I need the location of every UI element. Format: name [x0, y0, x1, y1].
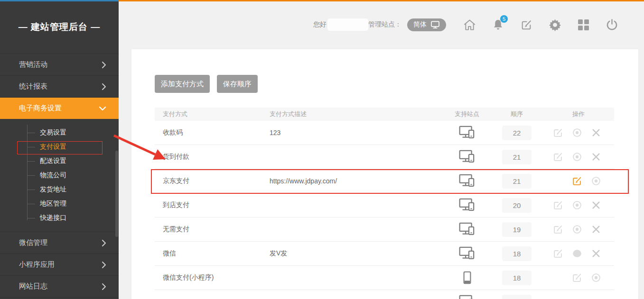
delete-icon[interactable]: [590, 127, 602, 138]
payment-method-name: 货到付款: [155, 153, 270, 161]
submenu-item-express-interface[interactable]: 快递接口: [0, 211, 119, 225]
compose-icon[interactable]: [520, 18, 533, 31]
eye-icon[interactable]: [571, 199, 583, 211]
sidebar-scrollbar[interactable]: [115, 151, 118, 237]
delete-icon[interactable]: [590, 248, 602, 259]
eye-icon[interactable]: [571, 224, 583, 235]
ecommerce-submenu: 交易设置 支付设置 配送设置 物流公司 发货地址 地区管理 快递接口: [0, 119, 119, 232]
payment-method-name: 无需支付: [155, 225, 270, 234]
desktop-mobile-icon: [459, 246, 475, 261]
sidebar: — 建站管理后台 — 营销活动 统计报表 电子商务设置 交易设置 支付设置 配送…: [0, 0, 119, 299]
desktop-mobile-icon: [459, 222, 475, 236]
content-card: 添加支付方式 保存顺序 支付方式 支付方式描述 支持站点 顺序 操作 收款码 1…: [131, 49, 638, 299]
language-label: 简体: [413, 20, 427, 29]
chevron-right-icon: [102, 239, 106, 247]
tree-tick: [27, 204, 35, 204]
edit-icon[interactable]: [552, 151, 564, 163]
apps-grid-icon[interactable]: [577, 18, 590, 31]
payment-methods-table: 支付方式 支付方式描述 支持站点 顺序 操作 收款码 123 货到付款: [155, 108, 614, 299]
order-input[interactable]: [502, 246, 532, 261]
order-input[interactable]: [502, 150, 532, 164]
column-header-actions: 操作: [543, 110, 614, 118]
tree-tick: [27, 175, 35, 176]
gear-icon[interactable]: [549, 18, 561, 31]
table-row: 微信 发V发: [155, 242, 614, 266]
top-bar: 您好 管理站点： 简体 5: [119, 0, 644, 49]
save-order-button[interactable]: 保存顺序: [217, 75, 258, 93]
sidebar-item-marketing[interactable]: 营销活动: [0, 54, 119, 75]
column-header-payment-method: 支付方式: [155, 110, 270, 118]
edit-icon[interactable]: [552, 127, 564, 138]
sidebar-item-website-logs[interactable]: 网站日志: [0, 275, 119, 297]
submenu-item-transaction-settings[interactable]: 交易设置: [0, 126, 119, 140]
table-row: 货到付款: [155, 145, 614, 169]
order-input[interactable]: [502, 174, 532, 189]
mobile-icon: [463, 271, 471, 284]
sidebar-item-label: 统计报表: [19, 82, 47, 91]
submenu-item-logistics-company[interactable]: 物流公司: [0, 168, 119, 182]
content-top-accent-strip: [119, 0, 644, 1]
payment-method-description: https://www.jdpay.com/: [270, 177, 443, 185]
column-header-supported-sites: 支持站点: [443, 110, 491, 118]
sidebar-item-reports[interactable]: 统计报表: [0, 75, 119, 97]
add-payment-method-button[interactable]: 添加支付方式: [155, 75, 210, 93]
delete-icon[interactable]: [590, 199, 602, 211]
eye-icon[interactable]: [590, 175, 602, 187]
app-title: — 建站管理后台 —: [0, 0, 119, 54]
chevron-right-icon: [102, 261, 106, 269]
submenu-item-payment-settings[interactable]: 支付设置: [0, 140, 119, 154]
eye-icon[interactable]: [571, 127, 583, 138]
chevron-right-icon: [102, 283, 106, 290]
edit-icon[interactable]: [552, 248, 564, 259]
divider: [0, 297, 119, 298]
delete-icon[interactable]: [590, 224, 602, 235]
submenu-item-shipping-address[interactable]: 发货地址: [0, 182, 119, 197]
payment-method-description: 123: [270, 129, 443, 136]
tree-tick: [27, 190, 35, 190]
site-version-pill[interactable]: 简体: [407, 18, 446, 31]
edit-icon[interactable]: [571, 272, 583, 283]
column-header-order: 顺序: [491, 110, 543, 118]
eye-icon[interactable]: [571, 151, 583, 163]
payment-method-name: 收款码: [155, 128, 270, 137]
table-row: 到店支付: [155, 193, 614, 217]
power-icon[interactable]: [606, 18, 618, 31]
table-row-jdpay: 京东支付 https://www.jdpay.com/: [155, 169, 614, 193]
home-icon[interactable]: [463, 18, 476, 31]
submenu-item-delivery-settings[interactable]: 配送设置: [0, 154, 119, 168]
table-row: 无需支付: [155, 217, 614, 242]
order-input[interactable]: [502, 295, 532, 299]
chevron-down-icon: [99, 106, 106, 111]
payment-method-description: 发V发: [270, 249, 443, 258]
order-input[interactable]: [502, 126, 532, 140]
payment-method-name: 到店支付: [155, 201, 270, 209]
bell-icon[interactable]: 5: [492, 18, 504, 31]
chevron-right-icon: [102, 83, 106, 91]
monitor-icon: [430, 21, 440, 29]
delete-icon[interactable]: [590, 151, 602, 163]
order-input[interactable]: [502, 198, 532, 213]
sidebar-item-label: 营销活动: [19, 60, 47, 69]
edit-icon[interactable]: [552, 224, 564, 235]
manage-site-label: 管理站点：: [368, 20, 401, 29]
payment-method-name: 微信支付(小程序): [155, 273, 270, 282]
edit-icon[interactable]: [571, 175, 583, 187]
desktop-mobile-icon: [459, 150, 475, 164]
sidebar-item-wechat-management[interactable]: 微信管理: [0, 232, 119, 254]
greeting-text: 您好: [313, 20, 327, 29]
top-icon-group: 5: [463, 18, 618, 31]
table-row: 收款码 123: [155, 121, 614, 145]
eye-icon[interactable]: [590, 272, 602, 283]
toolbar: 添加支付方式 保存顺序: [155, 75, 638, 93]
submenu-item-region-management[interactable]: 地区管理: [0, 197, 119, 211]
order-input[interactable]: [502, 271, 532, 285]
sidebar-item-ecommerce-settings[interactable]: 电子商务设置: [0, 97, 119, 119]
hidden-dot-icon[interactable]: [571, 248, 583, 259]
order-input[interactable]: [502, 222, 532, 237]
tree-tick: [27, 161, 35, 162]
tree-tick: [27, 218, 35, 218]
sidebar-top-accent-strip: [0, 0, 119, 1]
sidebar-item-miniprogram-apps[interactable]: 小程序应用: [0, 254, 119, 275]
edit-icon[interactable]: [552, 199, 564, 211]
table-header-row: 支付方式 支付方式描述 支持站点 顺序 操作: [155, 108, 614, 121]
